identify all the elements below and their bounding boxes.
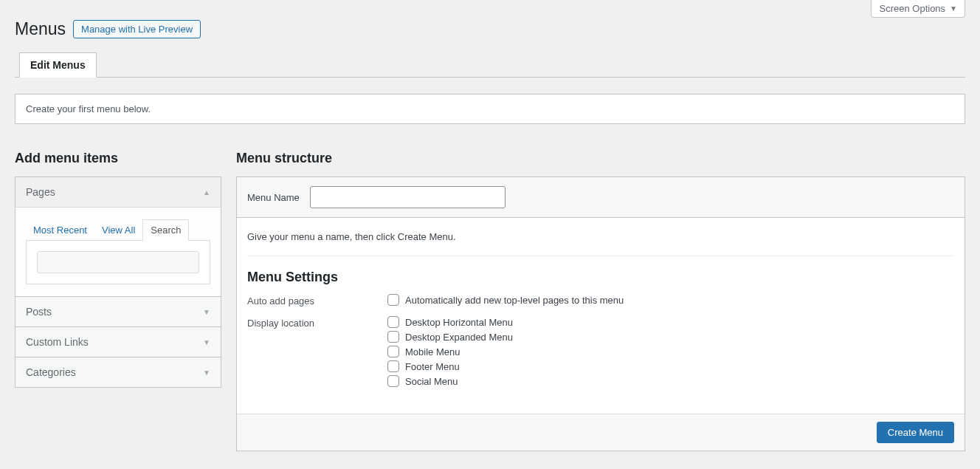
accordion-custom-links-label: Custom Links <box>26 336 89 348</box>
menu-items-accordion: Pages ▲ Most Recent View All Search <box>15 177 221 388</box>
loc-desktop-horizontal-text: Desktop Horizontal Menu <box>405 317 513 328</box>
auto-add-option-text: Automatically add new top-level pages to… <box>405 295 624 306</box>
loc-desktop-expanded-text: Desktop Expanded Menu <box>405 332 513 343</box>
auto-add-checkbox[interactable] <box>387 294 399 306</box>
auto-add-label: Auto add pages <box>247 294 387 307</box>
loc-mobile-checkbox[interactable] <box>387 346 399 357</box>
loc-desktop-horizontal-checkbox[interactable] <box>387 316 399 328</box>
menu-structure-box: Menu Name Give your menu a name, then cl… <box>236 177 965 451</box>
caret-down-icon: ▼ <box>203 369 210 377</box>
accordion-categories-label: Categories <box>26 366 76 378</box>
loc-social-checkbox[interactable] <box>387 375 399 387</box>
accordion-pages-head[interactable]: Pages ▲ <box>15 177 221 207</box>
display-location-label: Display location <box>247 316 387 329</box>
menu-settings-title: Menu Settings <box>247 270 954 285</box>
tab-edit-menus[interactable]: Edit Menus <box>19 52 97 78</box>
accordion-posts-label: Posts <box>26 306 52 318</box>
nav-tabs: Edit Menus <box>15 52 965 78</box>
pages-tab-search[interactable]: Search <box>142 219 189 241</box>
create-menu-button[interactable]: Create Menu <box>877 422 954 443</box>
divider <box>247 256 954 256</box>
caret-down-icon: ▼ <box>203 308 210 316</box>
loc-social-text: Social Menu <box>405 376 458 387</box>
pages-search-input[interactable] <box>37 251 199 273</box>
menu-name-input[interactable] <box>310 186 505 208</box>
screen-options-button[interactable]: Screen Options ▼ <box>871 0 965 18</box>
accordion-custom-links-head[interactable]: Custom Links ▼ <box>15 327 221 357</box>
loc-desktop-expanded-checkbox[interactable] <box>387 331 399 343</box>
page-title: Menus <box>15 19 66 39</box>
menu-structure-title: Menu structure <box>236 151 965 166</box>
caret-up-icon: ▲ <box>203 188 210 196</box>
live-preview-button[interactable]: Manage with Live Preview <box>73 20 201 38</box>
loc-mobile-text: Mobile Menu <box>405 346 460 357</box>
accordion-categories-head[interactable]: Categories ▼ <box>15 357 221 387</box>
accordion-pages-label: Pages <box>26 186 55 198</box>
pages-tab-view-all[interactable]: View All <box>94 220 142 240</box>
screen-options-label: Screen Options <box>879 3 945 14</box>
loc-footer-text: Footer Menu <box>405 361 460 372</box>
accordion-posts-head[interactable]: Posts ▼ <box>15 297 221 326</box>
caret-down-icon: ▼ <box>203 338 210 346</box>
info-notice: Create your first menu below. <box>15 94 965 124</box>
menu-name-label: Menu Name <box>247 192 300 203</box>
pages-tab-most-recent[interactable]: Most Recent <box>26 220 94 240</box>
add-menu-items-title: Add menu items <box>15 151 221 166</box>
menu-instruction: Give your menu a name, then click Create… <box>247 231 954 242</box>
caret-down-icon: ▼ <box>950 4 957 13</box>
loc-footer-checkbox[interactable] <box>387 360 399 372</box>
accordion-pages-body: Most Recent View All Search <box>15 207 221 296</box>
